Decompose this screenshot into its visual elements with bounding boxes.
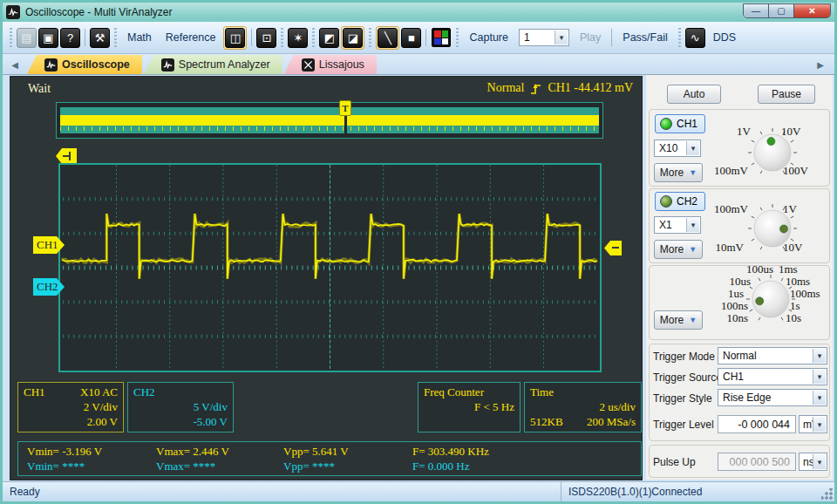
timebase-more-button[interactable]: More▼ <box>654 310 703 330</box>
app-icon <box>6 5 20 19</box>
ch2-volts-knob[interactable] <box>725 189 820 268</box>
waveform-plot[interactable] <box>58 163 602 372</box>
window-title: Oscilloscope - Multi VirAnalyzer <box>25 6 173 18</box>
pass-fail-button[interactable]: Pass/Fail <box>616 31 674 44</box>
minimize-button[interactable]: — <box>744 4 769 17</box>
dds-icon[interactable]: ∿ <box>685 28 705 48</box>
trigger-position-flag[interactable]: T <box>339 100 351 116</box>
trigger-mode-select[interactable]: Normal▾ <box>718 347 827 364</box>
tab-spectrum-analyzer[interactable]: Spectrum Analyzer <box>144 55 282 74</box>
timeline-trace <box>60 115 599 126</box>
trigger-readout: Normal CH1 -44.412 mV <box>487 81 633 95</box>
toolbar: ▤ ▣ ? ⚒ Math Reference ◫ ⊡ ✶ ◩ ◪ ╲ ■ Cap… <box>3 22 834 54</box>
chevron-down-icon: ▾ <box>686 218 699 232</box>
status-text: Ready <box>3 486 40 498</box>
tab-bar: ◀ Oscilloscope Spectrum Analyzer Lissajo… <box>3 54 834 75</box>
measurement-value: F= 303.490 KHz <box>412 444 632 459</box>
timeline-overview[interactable]: T <box>56 102 603 139</box>
capture-count-select[interactable]: 1 ▾ <box>519 29 569 46</box>
auto-button[interactable]: Auto <box>667 85 721 104</box>
trigger-level-marker[interactable] <box>604 241 622 255</box>
resize-grip[interactable] <box>821 488 833 500</box>
panel-view-icon[interactable]: ◩ <box>319 28 339 48</box>
horizontal-position-marker[interactable] <box>56 148 77 164</box>
tab-scroll-right-icon[interactable]: ▶ <box>813 57 827 72</box>
measurement-value: Vpp= **** <box>283 459 412 473</box>
freq-counter-panel: Freq Counter F < 5 Hz <box>418 382 521 432</box>
point-draw-icon[interactable]: ■ <box>401 28 421 48</box>
knob-scale-label: 10V <box>783 241 802 255</box>
time-info-panel: Time 2 us/div 512KB200 MSa/s <box>524 382 642 432</box>
app-window: Oscilloscope - Multi VirAnalyzer — ▢ ✕ ▤… <box>0 0 837 504</box>
knob-scale-label: 10V <box>781 125 800 139</box>
measurement-value: Vmin= -3.196 V <box>27 444 156 459</box>
ch1-more-button[interactable]: More▼ <box>654 163 703 182</box>
split-view-icon[interactable]: ◫ <box>225 28 245 48</box>
control-panel: Auto Pause CH1 X10▾ More▼ 1V 10V 100mV 1… <box>646 75 833 480</box>
toolbar-grip <box>678 28 681 47</box>
full-frame-icon[interactable]: ⊡ <box>256 28 276 48</box>
screen-capture-icon[interactable]: ▣ <box>38 28 58 48</box>
trigger-mode-label: Trigger Mode <box>653 351 715 363</box>
knob-scale-label: 10mV <box>716 241 745 255</box>
tab-oscilloscope[interactable]: Oscilloscope <box>27 55 142 74</box>
toolbar-grip <box>10 28 12 47</box>
save-icon[interactable]: ▤ <box>17 28 37 48</box>
trigger-level-unit-select[interactable]: mV▾ <box>799 415 827 433</box>
trigger-level-label: Trigger Level <box>653 419 714 431</box>
toolbar-grip <box>456 28 459 47</box>
ch2-enable-button[interactable]: CH2 <box>655 192 705 211</box>
trigger-source-select[interactable]: CH1▾ <box>718 368 827 385</box>
help-icon[interactable]: ? <box>60 28 80 48</box>
toolbar-grip <box>114 28 117 47</box>
device-status: ISDS220B(1.0)(1)Connected <box>561 482 702 501</box>
toolbar-grip <box>312 28 315 47</box>
color-palette-icon[interactable] <box>432 28 451 47</box>
knob-scale-label: 100mV <box>714 164 748 178</box>
capture-label: Capture <box>462 31 514 44</box>
toolbar-grip <box>281 28 283 47</box>
measurement-value: Vmax= 2.446 V <box>156 444 283 459</box>
tools-icon[interactable]: ⚒ <box>90 28 110 48</box>
ch1-led-icon <box>660 118 672 130</box>
play-button[interactable]: Play <box>573 31 608 44</box>
chevron-down-icon: ▾ <box>813 349 826 363</box>
chevron-down-icon: ▾ <box>555 31 568 44</box>
lissajous-icon <box>302 58 315 72</box>
math-button[interactable]: Math <box>120 31 159 44</box>
line-draw-icon[interactable]: ╲ <box>378 28 398 48</box>
trigger-level-input[interactable] <box>718 415 796 433</box>
ch2-more-button[interactable]: More▼ <box>654 240 703 259</box>
status-bar: Ready ISDS220B(1.0)(1)Connected <box>3 481 834 501</box>
trigger-style-select[interactable]: Rise Edge▾ <box>718 389 827 406</box>
tab-scroll-left-icon[interactable]: ◀ <box>8 57 22 72</box>
title-bar: Oscilloscope - Multi VirAnalyzer — ▢ ✕ <box>3 3 834 22</box>
ch2-info-panel: CH2 5 V/div -5.00 V <box>127 382 234 432</box>
ch1-enable-button[interactable]: CH1 <box>655 114 705 133</box>
close-button[interactable]: ✕ <box>794 4 830 17</box>
trigger-source-label: Trigger Source <box>653 371 722 384</box>
chevron-down-icon: ▼ <box>689 168 697 177</box>
dds-button[interactable]: DDS <box>706 31 743 44</box>
waveform-icon <box>161 58 174 72</box>
pulse-up-label: Pulse Up <box>653 456 696 468</box>
knob-scale-label: 1V <box>783 202 797 216</box>
ch1-probe-select[interactable]: X10▾ <box>654 140 701 157</box>
rise-edge-icon <box>530 82 541 95</box>
trigger-style-label: Trigger Style <box>653 392 712 405</box>
reference-button[interactable]: Reference <box>159 31 223 44</box>
pulse-unit-select[interactable]: ns▾ <box>799 453 827 471</box>
measurement-value: Vmax= **** <box>156 459 283 473</box>
ch2-probe-select[interactable]: X1▾ <box>654 216 701 234</box>
pause-button[interactable]: Pause <box>758 85 815 104</box>
knob-scale-label: 100V <box>783 164 808 178</box>
maximize-button[interactable]: ▢ <box>769 4 794 17</box>
chevron-down-icon: ▼ <box>689 316 697 324</box>
panel-view-selected-icon[interactable]: ◪ <box>343 28 363 48</box>
pulse-width-input[interactable] <box>718 453 796 471</box>
autoset-center-icon[interactable]: ✶ <box>288 28 308 48</box>
measurements-panel: Vmin= -3.196 V Vmax= 2.446 V Vpp= 5.641 … <box>17 441 642 476</box>
measurement-value: F= 0.000 Hz <box>412 459 632 473</box>
tab-lissajous[interactable]: Lissajous <box>284 55 377 74</box>
chevron-down-icon: ▼ <box>689 245 697 254</box>
